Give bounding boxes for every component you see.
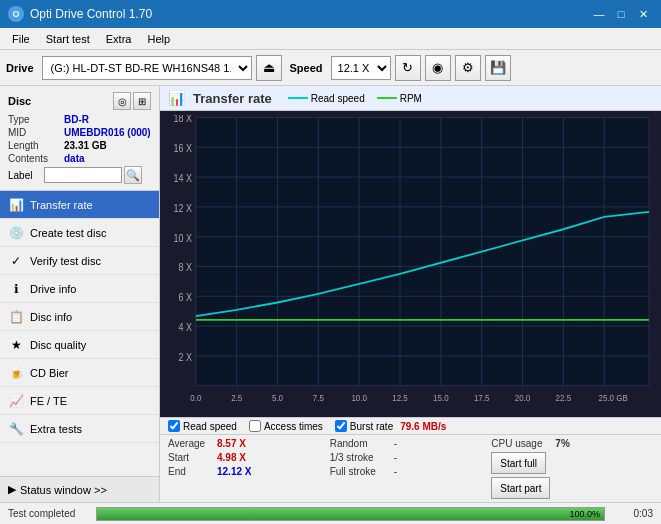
legend-rpm-color <box>377 97 397 99</box>
nav-disc-info-label: Disc info <box>30 311 72 323</box>
svg-text:20.0: 20.0 <box>515 392 531 403</box>
burst-rate-checkbox-item[interactable]: Burst rate 79.6 MB/s <box>335 420 447 432</box>
svg-text:16 X: 16 X <box>173 142 192 154</box>
svg-text:12 X: 12 X <box>173 202 192 214</box>
disc-button[interactable]: ◉ <box>425 55 451 81</box>
nav-verify-test-disc[interactable]: ✓ Verify test disc <box>0 247 159 275</box>
main-content: Disc ◎ ⊞ Type BD-R MID UMEBDR016 (000) L… <box>0 86 661 502</box>
stats-full-stroke-label: Full stroke <box>330 466 390 477</box>
disc-panel: Disc ◎ ⊞ Type BD-R MID UMEBDR016 (000) L… <box>0 86 159 191</box>
disc-info-icon: 📋 <box>8 309 24 325</box>
svg-text:18 X: 18 X <box>173 115 192 125</box>
nav-drive-info[interactable]: ℹ Drive info <box>0 275 159 303</box>
svg-text:8 X: 8 X <box>178 262 192 274</box>
svg-text:12.5: 12.5 <box>392 392 408 403</box>
read-speed-checkbox[interactable] <box>168 420 180 432</box>
stats-col1: Average 8.57 X Start 4.98 X End 12.12 X <box>168 438 330 499</box>
progress-bar-fill <box>97 508 604 520</box>
legend-rpm-label: RPM <box>400 93 422 104</box>
verify-test-disc-icon: ✓ <box>8 253 24 269</box>
status-text: Test completed <box>8 508 88 519</box>
svg-text:22.5: 22.5 <box>556 392 572 403</box>
read-speed-checkbox-item[interactable]: Read speed <box>168 420 237 432</box>
eject-button[interactable]: ⏏ <box>256 55 282 81</box>
disc-icon-btn2[interactable]: ⊞ <box>133 92 151 110</box>
stats-1-3-stroke-label: 1/3 stroke <box>330 452 390 463</box>
drive-select[interactable]: (G:) HL-DT-ST BD-RE WH16NS48 1.D3 <box>42 56 252 80</box>
burst-rate-checkbox[interactable] <box>335 420 347 432</box>
svg-text:6 X: 6 X <box>178 291 192 303</box>
toolbar: Drive (G:) HL-DT-ST BD-RE WH16NS48 1.D3 … <box>0 50 661 86</box>
disc-type-val: BD-R <box>64 114 89 125</box>
stats-start-label: Start <box>168 452 213 463</box>
menu-file[interactable]: File <box>4 31 38 47</box>
legend-rpm: RPM <box>377 93 422 104</box>
start-part-button[interactable]: Start part <box>491 477 550 499</box>
status-bar: Test completed 100.0% 0:03 <box>0 502 661 524</box>
minimize-button[interactable]: — <box>589 5 609 23</box>
stats-full-stroke: Full stroke - <box>330 466 492 477</box>
nav-disc-quality[interactable]: ★ Disc quality <box>0 331 159 359</box>
disc-contents-val: data <box>64 153 85 164</box>
chart-container: 18 X 16 X 14 X 12 X 10 X 8 X 6 X 4 X 2 X… <box>160 111 661 417</box>
close-button[interactable]: ✕ <box>633 5 653 23</box>
save-button[interactable]: 💾 <box>485 55 511 81</box>
nav-fe-te[interactable]: 📈 FE / TE <box>0 387 159 415</box>
speed-select[interactable]: 12.1 X <box>331 56 391 80</box>
timer: 0:03 <box>613 508 653 519</box>
transfer-rate-icon: 📊 <box>8 197 24 213</box>
nav-drive-info-label: Drive info <box>30 283 76 295</box>
chart-header-icon: 📊 <box>168 90 185 106</box>
menu-bar: File Start test Extra Help <box>0 28 661 50</box>
stats-average-value: 8.57 X <box>217 438 252 449</box>
svg-rect-0 <box>196 117 649 385</box>
disc-length-key: Length <box>8 140 64 151</box>
svg-text:0.0: 0.0 <box>190 392 201 403</box>
disc-icon-btn1[interactable]: ◎ <box>113 92 131 110</box>
menu-help[interactable]: Help <box>139 31 178 47</box>
menu-start-test[interactable]: Start test <box>38 31 98 47</box>
nav-disc-info[interactable]: 📋 Disc info <box>0 303 159 331</box>
nav-cd-bier[interactable]: 🍺 CD Bier <box>0 359 159 387</box>
status-window-icon: ▶ <box>8 483 16 496</box>
nav-transfer-rate-label: Transfer rate <box>30 199 93 211</box>
refresh-button[interactable]: ↻ <box>395 55 421 81</box>
svg-text:10.0: 10.0 <box>351 392 367 403</box>
stats-random: Random - <box>330 438 492 449</box>
status-window-label: Status window >> <box>20 484 107 496</box>
access-times-checkbox-item[interactable]: Access times <box>249 420 323 432</box>
nav-disc-quality-label: Disc quality <box>30 339 86 351</box>
disc-contents-key: Contents <box>8 153 64 164</box>
menu-extra[interactable]: Extra <box>98 31 140 47</box>
stats-cpu-value: 7% <box>555 438 569 449</box>
chart-svg: 18 X 16 X 14 X 12 X 10 X 8 X 6 X 4 X 2 X… <box>160 115 653 413</box>
svg-text:7.5: 7.5 <box>313 392 324 403</box>
nav-list: 📊 Transfer rate 💿 Create test disc ✓ Ver… <box>0 191 159 476</box>
disc-panel-title: Disc <box>8 95 31 107</box>
start-full-button[interactable]: Start full <box>491 452 546 474</box>
chart-title: Transfer rate <box>193 91 272 106</box>
progress-text: 100.0% <box>569 508 600 520</box>
legend-read-speed: Read speed <box>288 93 365 104</box>
access-times-checkbox[interactable] <box>249 420 261 432</box>
disc-mid-key: MID <box>8 127 64 138</box>
burst-rate-checkbox-label: Burst rate <box>350 421 393 432</box>
stats-start-value: 4.98 X <box>217 452 252 463</box>
maximize-button[interactable]: □ <box>611 5 631 23</box>
disc-label-search-button[interactable]: 🔍 <box>124 166 142 184</box>
burst-rate-value: 79.6 MB/s <box>400 421 446 432</box>
status-window-button[interactable]: ▶ Status window >> <box>0 476 159 502</box>
disc-type-key: Type <box>8 114 64 125</box>
cd-bier-icon: 🍺 <box>8 365 24 381</box>
nav-extra-tests[interactable]: 🔧 Extra tests <box>0 415 159 443</box>
settings-button[interactable]: ⚙ <box>455 55 481 81</box>
app-title: Opti Drive Control 1.70 <box>30 7 152 21</box>
stats-col3: CPU usage 7% Start full Start part <box>491 438 653 499</box>
disc-label-input[interactable] <box>44 167 122 183</box>
svg-text:5.0: 5.0 <box>272 392 283 403</box>
chart-area: 📊 Transfer rate Read speed RPM <box>160 86 661 502</box>
nav-create-test-disc[interactable]: 💿 Create test disc <box>0 219 159 247</box>
stats-average: Average 8.57 X <box>168 438 330 449</box>
disc-label-key: Label <box>8 170 44 181</box>
nav-transfer-rate[interactable]: 📊 Transfer rate <box>0 191 159 219</box>
